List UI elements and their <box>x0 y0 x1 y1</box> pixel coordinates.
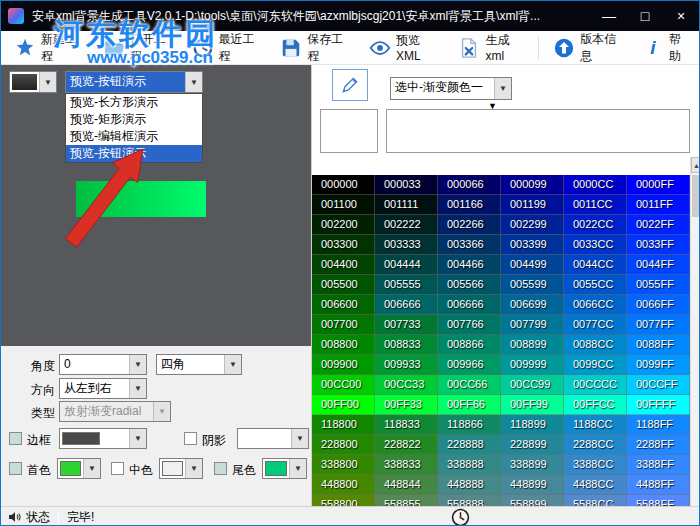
chevron-down-icon[interactable]: ▼ <box>291 429 308 448</box>
color-cell[interactable]: 005555 <box>375 275 438 295</box>
color-cell[interactable]: 558888 <box>438 495 501 506</box>
color-cell[interactable]: 001166 <box>438 195 501 215</box>
color-cell[interactable]: 2288CC <box>564 435 627 455</box>
color-cell[interactable]: 008866 <box>438 335 501 355</box>
color-cell[interactable]: 558800 <box>312 495 375 506</box>
border-checkbox[interactable] <box>9 432 22 445</box>
color-cell[interactable]: 3388FF <box>627 455 690 475</box>
color-cell[interactable]: 00FFCC <box>564 395 627 415</box>
color-cell[interactable]: 00CCCC <box>564 375 627 395</box>
color-cell[interactable]: 00CC00 <box>312 375 375 395</box>
color-cell[interactable]: 0000FF <box>627 175 690 195</box>
color-cell[interactable]: 003399 <box>501 235 564 255</box>
preview-mode-combo[interactable]: 预览-按钮演示 ▼ <box>65 71 203 93</box>
preview-dropdown-item[interactable]: 预览-长方形演示 <box>66 94 202 111</box>
color-cell[interactable]: 009966 <box>438 355 501 375</box>
color-cell[interactable]: 0077CC <box>564 315 627 335</box>
color-cell[interactable]: 005566 <box>438 275 501 295</box>
color-cell[interactable]: 00FFFF <box>627 395 690 415</box>
color-cell[interactable]: 448844 <box>375 475 438 495</box>
color-cell[interactable]: 00CC99 <box>501 375 564 395</box>
chevron-down-icon[interactable]: ▼ <box>224 355 241 374</box>
version-info-button[interactable]: 版本信息 <box>544 27 633 69</box>
chevron-down-icon[interactable]: ▼ <box>494 78 511 99</box>
chevron-down-icon[interactable]: ▼ <box>289 459 306 478</box>
color-cell[interactable]: 004444 <box>375 255 438 275</box>
color-cell[interactable]: 1188CC <box>564 415 627 435</box>
color-cell[interactable]: 338899 <box>501 455 564 475</box>
color-cell[interactable]: 005599 <box>501 275 564 295</box>
help-button[interactable]: i 帮助 <box>633 27 699 69</box>
color-cell[interactable]: 001111 <box>375 195 438 215</box>
color-cell[interactable]: 228899 <box>501 435 564 455</box>
color-cell[interactable]: 0066CC <box>564 295 627 315</box>
color-cell[interactable]: 00FF66 <box>438 395 501 415</box>
gradient-color-combo[interactable]: 选中-渐变颜色一 ▼ <box>390 77 512 100</box>
corner-combo[interactable]: 四角 ▼ <box>156 354 242 375</box>
color-cell[interactable]: 000033 <box>375 175 438 195</box>
color-cell[interactable]: 009999 <box>501 355 564 375</box>
color-cell[interactable]: 558899 <box>501 495 564 506</box>
color-cell[interactable]: 006699 <box>501 295 564 315</box>
color-cell[interactable]: 0055CC <box>564 275 627 295</box>
color-cell[interactable]: 2288FF <box>627 435 690 455</box>
first-color-combo[interactable]: ▼ <box>57 458 101 479</box>
color-cell[interactable]: 006600 <box>312 295 375 315</box>
color-cell[interactable]: 006666 <box>438 295 501 315</box>
angle-combo[interactable]: 0 ▼ <box>59 354 147 375</box>
color-cell[interactable]: 007799 <box>501 315 564 335</box>
color-cell[interactable]: 338800 <box>312 455 375 475</box>
color-cell[interactable]: 1188FF <box>627 415 690 435</box>
color-cell[interactable]: 000066 <box>438 175 501 195</box>
color-cell[interactable]: 448888 <box>438 475 501 495</box>
color-cell[interactable]: 007733 <box>375 315 438 335</box>
new-project-button[interactable]: 新建工程 <box>5 27 94 69</box>
color-cell[interactable]: 003333 <box>375 235 438 255</box>
color-cell[interactable]: 118866 <box>438 415 501 435</box>
color-cell[interactable]: 004400 <box>312 255 375 275</box>
scrollbar-thumb[interactable] <box>692 175 700 217</box>
color-cell[interactable]: 005500 <box>312 275 375 295</box>
color-cell[interactable]: 00CCFF <box>627 375 690 395</box>
color-cell[interactable]: 0088CC <box>564 335 627 355</box>
color-cell[interactable]: 00FF33 <box>375 395 438 415</box>
color-cell[interactable]: 0044CC <box>564 255 627 275</box>
preview-xml-button[interactable]: 预览XML <box>360 28 449 67</box>
color-cell[interactable]: 0022CC <box>564 215 627 235</box>
color-cell[interactable]: 0011CC <box>564 195 627 215</box>
color-cell[interactable]: 3388CC <box>564 455 627 475</box>
first-color-checkbox[interactable] <box>9 462 22 475</box>
speaker-icon[interactable] <box>7 509 23 525</box>
color-picker-button[interactable] <box>332 69 368 101</box>
color-cell[interactable]: 008899 <box>501 335 564 355</box>
color-cell[interactable]: 5588CC <box>564 495 627 506</box>
color-cell[interactable]: 002266 <box>438 215 501 235</box>
chevron-down-icon[interactable]: ▼ <box>185 459 202 478</box>
color-cell[interactable]: 0033FF <box>627 235 690 255</box>
color-cell[interactable]: 118800 <box>312 415 375 435</box>
recent-projects-button[interactable]: 最近工程 <box>183 27 272 69</box>
shadow-color-combo[interactable]: ▼ <box>237 428 309 449</box>
color-cell[interactable]: 4488FF <box>627 475 690 495</box>
chevron-down-icon[interactable]: ▼ <box>129 379 146 398</box>
chevron-down-icon[interactable]: ▼ <box>129 355 146 374</box>
color-cell[interactable]: 0099FF <box>627 355 690 375</box>
direction-combo[interactable]: 从左到右 ▼ <box>59 378 147 399</box>
tail-color-checkbox[interactable] <box>214 462 227 475</box>
border-color-combo[interactable]: ▼ <box>59 428 147 449</box>
color-cell[interactable]: 000000 <box>312 175 375 195</box>
color-cell[interactable]: 00CC33 <box>375 375 438 395</box>
color-cell[interactable]: 0044FF <box>627 255 690 275</box>
color-cell[interactable]: 009933 <box>375 355 438 375</box>
color-cell[interactable]: 00CC66 <box>438 375 501 395</box>
tail-color-combo[interactable]: ▼ <box>262 458 307 479</box>
color-cell[interactable]: 448800 <box>312 475 375 495</box>
color-cell[interactable]: 001199 <box>501 195 564 215</box>
color-cell[interactable]: 008833 <box>375 335 438 355</box>
preview-dropdown-item[interactable]: 预览-矩形演示 <box>66 111 202 128</box>
color-cell[interactable]: 228800 <box>312 435 375 455</box>
open-project-button[interactable]: 打开工程 <box>94 27 183 69</box>
color-cell[interactable]: 003366 <box>438 235 501 255</box>
color-cell[interactable]: 4488CC <box>564 475 627 495</box>
color-cell[interactable]: 228888 <box>438 435 501 455</box>
